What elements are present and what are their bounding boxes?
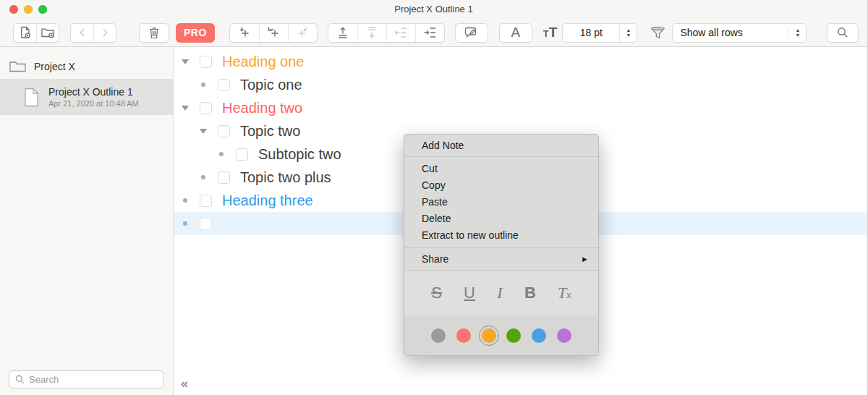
row-checkbox[interactable] [200, 195, 212, 207]
history-group [70, 23, 116, 43]
outline-row[interactable]: Topic one [174, 73, 867, 96]
search-input[interactable] [9, 370, 164, 388]
pro-badge-button[interactable]: PRO [176, 23, 215, 43]
font-size-stepper[interactable]: ▲ ▼ [619, 24, 637, 42]
menu-item-copy[interactable]: Copy [404, 177, 598, 194]
menu-item-paste[interactable]: Paste [404, 194, 598, 211]
bold-button[interactable]: B [524, 284, 536, 302]
menu-edit-group: Cut Copy Paste Delete Extract to new out… [404, 157, 598, 247]
row-checkbox[interactable] [200, 102, 212, 114]
add-child-row-icon [266, 25, 281, 40]
row-text[interactable]: Topic one [240, 77, 302, 93]
stepper-up-icon: ▲ [795, 27, 800, 33]
row-checkbox[interactable] [218, 125, 230, 137]
app-window: Project X Outline 1 [0, 0, 868, 395]
row-bullet-icon[interactable] [178, 198, 192, 203]
strikethrough-button[interactable]: S [431, 284, 442, 302]
color-swatch-purple[interactable] [557, 328, 571, 343]
submenu-arrow-icon: ► [581, 255, 589, 263]
delete-button[interactable] [139, 23, 169, 43]
color-swatch-gray[interactable] [431, 328, 446, 343]
menu-item-extract[interactable]: Extract to new outline [404, 227, 598, 244]
color-swatch-green[interactable] [506, 328, 521, 343]
italic-button[interactable]: I [497, 284, 502, 302]
color-swatch-orange[interactable] [482, 328, 496, 343]
font-style-icon: A [511, 25, 521, 41]
stepper-down-icon: ▼ [626, 33, 631, 38]
add-row-below-icon [237, 25, 252, 40]
document-title: Project X Outline 1 [48, 86, 139, 98]
outline-row[interactable]: Heading one [174, 50, 867, 73]
row-text[interactable]: Topic two [240, 123, 300, 140]
context-menu: Add Note Cut Copy Paste Delete Extract t… [404, 134, 599, 356]
row-checkbox[interactable] [236, 148, 248, 161]
color-swatches-row [404, 315, 598, 355]
chevron-right-icon [99, 27, 111, 38]
note-button[interactable] [455, 23, 488, 43]
outline-row[interactable]: Heading two [174, 96, 867, 119]
font-size-control: 18 pt ▲ ▼ [562, 23, 637, 43]
row-checkbox[interactable] [200, 56, 212, 68]
row-bullet-icon[interactable] [196, 175, 210, 179]
row-checkbox[interactable] [218, 171, 230, 184]
row-filter-value: Show all rows [673, 27, 788, 38]
forward-button[interactable] [93, 24, 116, 42]
underline-button[interactable]: U [464, 284, 475, 302]
disclosure-triangle-icon[interactable] [196, 129, 210, 134]
outdent-button[interactable] [386, 24, 415, 42]
row-bullet-icon[interactable] [196, 82, 210, 87]
new-document-icon [18, 25, 33, 40]
move-up-button[interactable] [328, 24, 357, 42]
new-folder-button[interactable] [36, 24, 59, 42]
add-aunt-row-button[interactable] [288, 24, 317, 42]
row-checkbox[interactable] [200, 218, 212, 230]
menu-item-add-note[interactable]: Add Note [404, 135, 598, 156]
font-style-button[interactable]: A [499, 23, 532, 43]
row-filter-dropdown[interactable]: Show all rows ▲ ▼ [672, 23, 807, 43]
menu-item-share[interactable]: Share ► [404, 248, 598, 270]
menu-item-cut[interactable]: Cut [404, 161, 598, 177]
text-size-icon: TT [543, 25, 558, 41]
row-text[interactable]: Subtopic two [258, 146, 341, 163]
document-meta: Project X Outline 1 Apr 21, 2020 at 10:4… [48, 86, 139, 108]
new-folder-icon [41, 25, 56, 40]
new-document-button[interactable] [14, 24, 36, 42]
indent-button[interactable] [415, 24, 444, 42]
row-checkbox[interactable] [218, 79, 230, 91]
sidebar-folder-row[interactable]: Project X [0, 54, 173, 79]
move-down-button[interactable] [357, 24, 386, 42]
color-swatch-blue[interactable] [532, 328, 546, 343]
move-down-icon [365, 25, 379, 40]
add-row-below-button[interactable] [230, 24, 259, 42]
menu-item-delete[interactable]: Delete [404, 211, 598, 227]
row-text[interactable]: Heading one [222, 54, 304, 70]
insert-row-group [229, 23, 318, 43]
disclosure-triangle-icon[interactable] [178, 59, 192, 64]
search-icon [836, 26, 849, 39]
titlebar: Project X Outline 1 [0, 0, 867, 19]
trash-icon [148, 26, 161, 40]
row-bullet-icon[interactable] [214, 152, 229, 156]
document-icon [24, 88, 39, 107]
row-bullet-icon[interactable] [178, 221, 192, 226]
row-text[interactable]: Heading two [222, 100, 302, 116]
row-filter-stepper: ▲ ▼ [788, 27, 806, 38]
collapse-sidebar-button[interactable]: « [181, 376, 188, 391]
row-text[interactable]: Heading three [222, 192, 313, 209]
disclosure-triangle-icon[interactable] [178, 106, 192, 111]
minimize-button[interactable] [24, 5, 33, 14]
add-child-row-button[interactable] [259, 24, 288, 42]
close-button[interactable] [9, 5, 18, 14]
color-swatch-red[interactable] [456, 328, 471, 343]
zoom-button[interactable] [38, 5, 47, 14]
back-button[interactable] [71, 24, 93, 42]
clear-formatting-button[interactable]: Tx [558, 284, 571, 302]
search-icon [14, 374, 25, 385]
sidebar-document-row[interactable]: Project X Outline 1 Apr 21, 2020 at 10:4… [0, 79, 173, 115]
row-text[interactable]: Topic two plus [240, 169, 331, 186]
font-size-value[interactable]: 18 pt [563, 24, 619, 42]
traffic-lights [9, 5, 47, 14]
folder-icon [9, 59, 27, 74]
search-button[interactable] [827, 23, 859, 43]
stepper-down-icon: ▼ [795, 33, 800, 38]
